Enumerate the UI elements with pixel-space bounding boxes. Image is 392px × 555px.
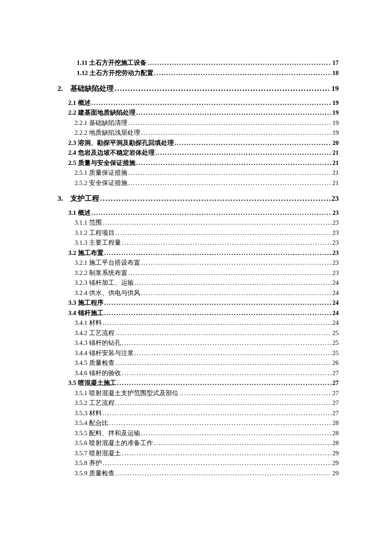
toc-entry[interactable]: 3.4.6 锚杆的验收27 (75, 370, 339, 376)
toc-entry[interactable]: 3.5.5 配料、拌和及运输28 (75, 430, 339, 436)
toc-page-number: 24 (332, 280, 339, 286)
toc-leader-dots (122, 450, 331, 457)
toc-label: 3.2.3 锚杆加工、运输 (75, 280, 134, 286)
toc-entry[interactable]: 3.5.1 喷射混凝土支护范围型式及部位27 (75, 390, 339, 396)
toc-entry[interactable]: 2.3 溶洞、勘探平洞及勘探孔回填处理20 (68, 140, 339, 146)
toc-chapter-number: 3. (58, 195, 70, 202)
toc-entry[interactable]: 2.2.1 基础缺陷清理19 (75, 120, 339, 126)
toc-entry[interactable]: 3.5 喷混凝土施工27 (68, 380, 339, 386)
toc-entry[interactable]: 2.5.1 质量保证措施21 (75, 170, 339, 176)
toc-entry[interactable]: 3.4.1 材料24 (75, 320, 339, 326)
toc-leader-dots (136, 110, 332, 116)
toc-entry[interactable]: 2.5.2 安全保证措施21 (75, 180, 339, 186)
toc-entry[interactable]: 3.5.3 材料27 (75, 410, 339, 416)
toc-entry[interactable]: 3.2.1 施工平台搭设布置23 (75, 260, 339, 266)
toc-label: 2.2.2 地质缺陷浅层处理 (75, 130, 140, 136)
toc-entry[interactable]: 3.1.1 范围23 (75, 220, 339, 226)
toc-label: 3.4.3 锚杆的钻孔 (75, 340, 121, 346)
toc-entry[interactable]: 3.4.5 质量检查26 (75, 360, 339, 366)
toc-entry[interactable]: 3.4.2 工艺流程25 (75, 330, 339, 336)
toc-label: 3.4.4 锚杆安装与注浆 (75, 350, 134, 356)
toc-leader-dots (115, 470, 331, 477)
toc-label: 3.4.1 材料 (75, 320, 102, 326)
toc-label: 2.5 质量与安全保证措施 (68, 160, 135, 166)
toc-entry[interactable]: 3.4.3 锚杆的钻孔25 (75, 340, 339, 346)
toc-page-number: 21 (332, 180, 339, 186)
toc-page-number: 23 (332, 240, 339, 246)
toc-page-number: 17 (332, 60, 339, 66)
toc-label: 3.2 施工布置 (68, 250, 104, 256)
toc-leader-dots (175, 140, 332, 146)
toc-entry[interactable]: 3.4 锚杆施工24 (68, 310, 339, 316)
toc-leader-dots (104, 250, 332, 256)
toc-entry[interactable]: 3.4.4 锚杆安装与注浆25 (75, 350, 339, 356)
toc-label: 2.2 建基面地质缺陷处理 (68, 110, 135, 116)
toc-entry[interactable]: 1.12 土石方开挖劳动力配置18 (77, 70, 339, 76)
toc-entry[interactable]: 2.2.2 地质缺陷浅层处理19 (75, 130, 339, 136)
toc-leader-dots (92, 210, 332, 216)
toc-page-number: 29 (332, 470, 339, 477)
toc-entry[interactable]: 3.2.3 锚杆加工、运输24 (75, 280, 339, 286)
toc-page-number: 18 (332, 70, 339, 76)
toc-page-number: 25 (332, 340, 339, 346)
toc-label: 3.5.5 配料、拌和及运输 (75, 430, 140, 436)
toc-entry[interactable]: 3.1.2 工程项目23 (75, 230, 339, 236)
toc-page-number: 27 (332, 370, 339, 376)
toc-entry[interactable]: 3.5.8 养护29 (75, 460, 339, 466)
toc-leader-dots (141, 260, 331, 266)
toc-leader-dots (122, 370, 331, 376)
toc-leader-dots (136, 160, 332, 166)
toc-leader-dots (103, 410, 331, 416)
toc-entry[interactable]: 3.支护工程23 (58, 195, 339, 202)
toc-page-number: 27 (332, 410, 339, 416)
toc-label: 1.12 土石方开挖劳动力配置 (77, 70, 153, 76)
toc-label: 3.4.2 工艺流程 (75, 330, 115, 336)
toc-label: 3.1.3 主要工程量 (75, 240, 121, 246)
toc-entry[interactable]: 2.2 建基面地质缺陷处理19 (68, 110, 339, 116)
toc-entry[interactable]: 3.1 概述23 (68, 210, 339, 216)
toc-entry[interactable]: 3.5.2 工艺流程27 (75, 400, 339, 406)
toc-leader-dots (154, 440, 331, 446)
toc-leader-dots (115, 85, 331, 92)
toc-entry[interactable]: 3.5.6 喷射混凝土的准备工作28 (75, 440, 339, 446)
toc-label: 3.5.4 配合比 (75, 420, 108, 426)
toc-page-number: 28 (332, 420, 339, 426)
toc-entry[interactable]: 2.1 概述19 (68, 100, 339, 106)
toc-entry[interactable]: 3.2.2 制浆系统布置23 (75, 270, 339, 276)
toc-entry[interactable]: 3.2.4 供水、供电与供风24 (75, 290, 339, 296)
toc-label: 2.5.1 质量保证措施 (75, 170, 127, 176)
toc-entry[interactable]: 3.5.7 喷射混凝土29 (75, 450, 339, 457)
toc-leader-dots (92, 100, 332, 106)
toc-label: 3.5.7 喷射混凝土 (75, 450, 121, 457)
toc-leader-dots (122, 340, 331, 346)
toc-chapter-number: 2. (58, 85, 70, 92)
toc-entry[interactable]: 2.4 危岩及边坡不稳定岩体处理21 (68, 150, 339, 156)
toc-label: 3.5.3 材料 (75, 410, 102, 416)
toc-page-number: 26 (332, 360, 339, 366)
toc-leader-dots (156, 150, 332, 156)
toc-page-number: 20 (332, 140, 339, 146)
toc-entry[interactable]: 3.5.9 质量检查29 (75, 470, 339, 477)
toc-label: 2.3 溶洞、勘探平洞及勘探孔回填处理 (68, 140, 174, 146)
toc-leader-dots (141, 290, 331, 296)
toc-label: 3.2.2 制浆系统布置 (75, 270, 127, 276)
toc-page-number: 19 (332, 100, 339, 106)
toc-leader-dots (104, 310, 332, 316)
toc-entry[interactable]: 1.11 土石方开挖施工设备17 (77, 60, 339, 66)
toc-entry[interactable]: 2.基础缺陷处理19 (58, 85, 339, 92)
toc-page-number: 23 (332, 260, 339, 266)
toc-label: 3.2.1 施工平台搭设布置 (75, 260, 140, 266)
toc-entry[interactable]: 3.5.4 配合比28 (75, 420, 339, 426)
toc-leader-dots (100, 195, 331, 202)
toc-label: 3.4.5 质量检查 (75, 360, 115, 366)
toc-entry[interactable]: 3.2 施工布置23 (68, 250, 339, 256)
toc-page-number: 23 (332, 220, 339, 226)
toc-entry[interactable]: 3.1.3 主要工程量23 (75, 240, 339, 246)
toc-page-number: 24 (332, 320, 339, 326)
toc-entry[interactable]: 3.3 施工程序24 (68, 300, 339, 306)
toc-label: 3.4.6 锚杆的验收 (75, 370, 121, 376)
toc-entry[interactable]: 2.5 质量与安全保证措施21 (68, 160, 339, 166)
toc-leader-dots (122, 240, 331, 246)
toc-page-number: 19 (332, 110, 339, 116)
toc-page-number: 24 (332, 300, 339, 306)
